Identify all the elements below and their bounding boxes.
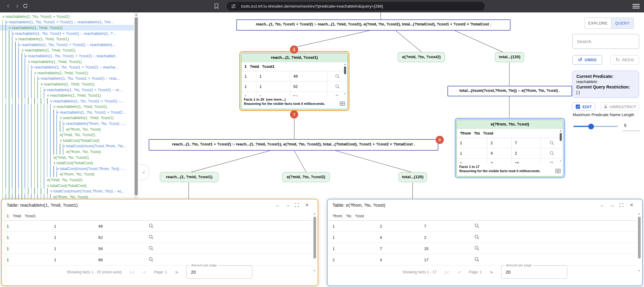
scroll-up-icon[interactable]: ▲ <box>637 212 641 216</box>
inspect-fact-button[interactable] <box>465 245 489 252</box>
tree-item[interactable]: v reachableIn(1, ?mid, ?cost1) <box>0 81 134 87</box>
first-page-button[interactable]: |< <box>444 270 449 275</box>
table-view-icon[interactable] <box>555 169 561 173</box>
tree-item[interactable]: e(?mid, ?to, ?cost2) <box>0 132 134 138</box>
tree-item[interactable]: v reachableIn(1, ?mid, ?cost1) <box>0 36 134 42</box>
pin-parent-badge[interactable] <box>290 45 298 54</box>
e-table-node[interactable]: e(?from, ?to, ?cost) ?from?to?cost 127 1… <box>455 118 565 178</box>
cut-subtree-badge[interactable]: ✂ <box>290 110 298 118</box>
rule-node-top[interactable]: reach...(1, ?to, ?cost1 + ?cost2) :- rea… <box>236 19 511 31</box>
node-table-scrollbar[interactable]: ▲ ▼ <box>343 63 347 95</box>
atom-node-e-bottom[interactable]: e(?mid, ?to, ?cost2) <box>282 172 330 182</box>
scrollbar-thumb[interactable] <box>638 217 641 259</box>
inspect-fact-button[interactable] <box>139 257 163 263</box>
tab-query[interactable]: QUERY <box>611 18 633 28</box>
focus-rule-badge[interactable] <box>436 136 444 144</box>
tree-item[interactable]: e(?mid, ?to, ?cost2) <box>0 155 134 160</box>
tree-item[interactable]: v reachableIn(1, ?to, ?cost1 + ?cost2) :… <box>0 53 134 59</box>
reach-table-node[interactable]: reach...(1, ?mid, ?cost1) 1?mid?cost1 11… <box>239 51 349 111</box>
tree-item[interactable]: v totalCost(?totalCost) <box>0 138 134 143</box>
tree-item[interactable]: v reachableIn(1, ?to, ?cost1 + ?cost2) <box>0 14 134 19</box>
scroll-up-icon[interactable]: ▲ <box>343 63 347 66</box>
tree-item[interactable]: v reachableIn(1, ?to, ?cost1 + ?cost2) :… <box>0 87 134 93</box>
slider-value-input[interactable]: 5 <box>623 123 640 131</box>
inspect-fact-button[interactable] <box>139 245 163 252</box>
rule-node-mid[interactable]: reach...(1, ?to, ?cost1 + ?cost2) :- rea… <box>149 139 438 151</box>
forward-icon[interactable]: › <box>13 0 21 12</box>
tree-item[interactable]: v totalCost(#sum(?cost,?from, ?to)) :- e… <box>0 188 134 194</box>
panel-scrollbar[interactable]: ▲ ▼ <box>312 212 317 267</box>
inspect-fact-button[interactable] <box>139 223 163 229</box>
tree-item[interactable]: v reachableIn(1, ?to, ?cost1 + ?cost2) :… <box>0 31 134 36</box>
menu-icon[interactable] <box>632 4 640 8</box>
tree-item[interactable]: v reachableIn(1, ?mid, ?cost1) <box>0 104 134 110</box>
tree-item[interactable]: v reachableIn(1, ?to, ?cost1 + ?cost2) :… <box>0 42 134 48</box>
scroll-up-icon[interactable]: ▲ <box>312 212 317 216</box>
tree-item[interactable]: v reachableIn(1, ?mid, ?cost1) <box>0 59 134 65</box>
inspect-fact-button[interactable] <box>139 234 163 241</box>
inspect-fact-button[interactable] <box>465 257 489 263</box>
prev-table-icon[interactable]: ← <box>275 202 281 208</box>
scrollbar-thumb[interactable] <box>313 217 316 259</box>
tree-item[interactable]: v reachableIn(1, ?to, ?cost1 + ?cost2) :… <box>0 98 134 104</box>
next-page-button[interactable]: > <box>175 270 179 275</box>
search-input[interactable] <box>572 34 639 49</box>
tree-item[interactable]: v totalCost(#sum(?cost,?from, ?to... <box>0 143 134 149</box>
unrestrict-button[interactable]: UNRESTRICT <box>601 102 639 111</box>
undo-button[interactable]: ↺ UNDO <box>572 55 602 65</box>
tree-item[interactable]: v reachableIn(1, ?mid, ?cost1) <box>0 70 134 76</box>
prev-page-button[interactable]: < <box>143 270 146 275</box>
sidebar-scrollbar[interactable]: ▲ <box>134 12 139 200</box>
tree-item[interactable]: v reachableIn(?from, ?to, ?cost) :-... <box>0 121 134 126</box>
scroll-down-icon[interactable]: ▼ <box>343 93 347 95</box>
tree-item[interactable]: v reachableIn(1, ?mid, ?cost1) <box>0 92 134 98</box>
see-more-link[interactable]: (see more...) <box>266 98 286 101</box>
scroll-up-icon[interactable]: ▲ <box>134 13 139 16</box>
atom-node-reach-bottom[interactable]: reach...(1, ?mid, ?cost1) <box>160 172 218 182</box>
redo-button[interactable]: ↻ REDO <box>610 55 639 65</box>
amount-per-page-input[interactable] <box>190 269 246 275</box>
slider-thumb[interactable] <box>588 124 594 129</box>
inspect-fact-button[interactable] <box>465 234 489 241</box>
tree-item[interactable]: v reachableIn(1, ?mid, ?cost1) <box>0 48 134 53</box>
bookmark-icon[interactable] <box>214 3 219 9</box>
tab-explore[interactable]: EXPLORE <box>585 18 611 28</box>
reload-icon[interactable] <box>22 3 30 10</box>
first-page-button[interactable]: |< <box>130 270 135 275</box>
atom-node-e-top[interactable]: e(?mid, ?to, ?cost2) <box>398 52 445 62</box>
edit-button[interactable]: EDIT <box>572 102 595 111</box>
amount-per-page-input[interactable] <box>505 269 561 275</box>
tree-item[interactable]: v totalCost(?totalCost) <box>0 183 134 189</box>
tree-item[interactable]: v reachableIn(1, ?to, ?cost1 + ?cost2) :… <box>0 64 134 70</box>
prev-table-icon[interactable]: ← <box>600 202 605 208</box>
scrollbar-thumb[interactable] <box>135 17 138 195</box>
prev-page-button[interactable]: < <box>457 270 461 275</box>
back-icon[interactable]: ‹ <box>4 0 12 12</box>
next-table-icon[interactable]: → <box>285 202 290 208</box>
atom-node-total-top[interactable]: total...(120) <box>495 52 524 62</box>
tree-item[interactable]: v reachableIn(1, ?to, ?cost1 + ?cost2) :… <box>0 76 134 82</box>
scrollbar-thumb[interactable] <box>560 133 562 141</box>
inspect-fact-button[interactable] <box>465 223 489 229</box>
tree-item[interactable]: e(?from, ?to, ?cost) <box>0 126 134 132</box>
predicate-length-slider[interactable] <box>573 126 618 127</box>
table-view-icon[interactable] <box>340 102 345 106</box>
node-table-scrollbar[interactable]: ▲ ▼ <box>559 129 562 162</box>
next-page-button[interactable]: > <box>490 270 493 275</box>
tree-item[interactable]: e(?from, ?to, ?cost) <box>0 172 134 177</box>
scroll-down-icon[interactable]: ▼ <box>312 269 317 272</box>
scroll-up-icon[interactable]: ▲ <box>559 129 562 132</box>
tree-item[interactable]: v reachableIn(1, ?mid, ?cost1) <box>0 115 134 121</box>
close-icon[interactable]: ✕ <box>304 202 310 208</box>
sidebar-collapse-button[interactable]: < <box>139 165 149 180</box>
tree-item[interactable]: v reachableIn(1, ?to, ?cost1 + ?cost2... <box>0 109 134 115</box>
panel-scrollbar[interactable]: ▲ ▼ <box>637 212 641 267</box>
tree-item[interactable]: v reachableIn(1, ?mid, ?cost1) <box>0 25 134 31</box>
scroll-down-icon[interactable]: ▼ <box>559 160 562 162</box>
site-permissions-icon[interactable] <box>231 4 236 8</box>
close-icon[interactable]: ✕ <box>629 202 634 208</box>
fullscreen-icon[interactable] <box>619 203 625 207</box>
atom-node-total-bottom[interactable]: total...(120) <box>399 172 427 182</box>
scrollbar-thumb[interactable] <box>344 66 346 74</box>
next-table-icon[interactable]: → <box>609 202 615 208</box>
